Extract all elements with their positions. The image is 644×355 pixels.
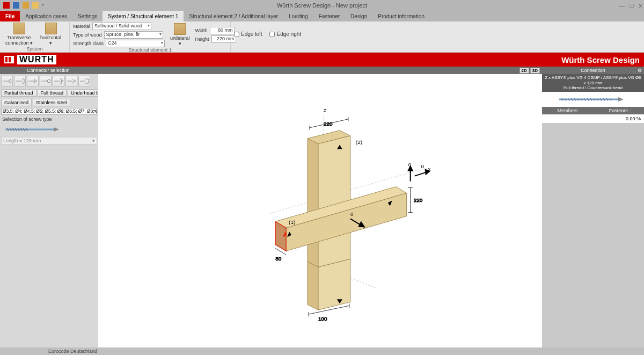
tab-fastener[interactable]: Fastener [313,11,345,21]
screw-type-4[interactable] [40,76,52,86]
minimize-button[interactable]: — [619,2,625,9]
tab-system-element1[interactable]: System / Structural element 1 [103,11,184,21]
stainless-steel-toggle[interactable]: Stainless steel [33,99,70,106]
screw-type-5[interactable] [53,76,64,86]
tab-settings[interactable]: Settings [72,11,103,21]
tab-application-cases[interactable]: Application cases [20,11,72,21]
tab-system-element2[interactable]: Structural element 2 / Additional layer [184,11,283,21]
svg-line-22 [415,172,427,176]
selection-screw-type-label: Selection of screw type [0,115,98,123]
material-label: Material [73,24,90,29]
wood-type-label: Type of wood [73,32,102,38]
connection-panel: 2 x ASSY® plus VG 4 CSMP / ASSY® plus VG… [542,74,644,347]
edge-left-checkbox[interactable]: Edge left [234,31,262,37]
tab-product-info[interactable]: Product information [372,11,430,21]
folder-open-icon[interactable] [32,2,39,9]
brand-name: WURTH [17,55,56,64]
col-members: Members [542,107,593,114]
ribbon-tabs: File Application cases Settings System /… [0,11,644,21]
qa-icon-1[interactable] [3,2,10,9]
wood-type-combo[interactable]: Spruce, pine, fir [104,31,163,39]
screw-type-7[interactable] [78,76,90,86]
svg-marker-8 [308,262,318,310]
transverse-icon [13,23,25,34]
results-table-row: 0.00 % [542,114,644,123]
view-2d-button[interactable]: 2D [519,68,529,74]
member-1-label: (1) [289,219,295,225]
results-table-header: Members Fastener [542,107,644,114]
member-2-label: (2) [356,139,362,145]
connection-header: Connection [581,68,605,73]
ribbon: Transverse connection ▾ horizontal ▾ Sys… [0,21,644,53]
screw-type-2[interactable] [14,76,26,86]
qa-dropdown-icon[interactable]: ▾ [42,2,44,9]
svg-marker-9 [318,259,350,310]
unilateral-icon [174,23,186,35]
svg-point-1 [62,81,63,82]
material-combo[interactable]: Softwood / Solid wood [92,23,151,30]
viewport-3d[interactable]: z x [98,74,542,347]
brand-product: Würth Screw Design [561,55,640,64]
connection-config-icon[interactable]: ⚙ [638,68,642,73]
origin-side-0: 0 [421,163,425,169]
screw-preview[interactable] [0,123,98,136]
svg-point-0 [47,79,50,83]
edge-right-checkbox[interactable]: Edge right [269,31,301,37]
z-axis-label: z [324,107,326,113]
strength-label: Strength class [73,41,104,46]
diameter-combo[interactable]: Ø3.5; Ø4; Ø4.5; Ø5; Ø5.5; Ø6; Ø6.5; Ø7; … [1,108,97,115]
tab-design[interactable]: Design [345,11,372,21]
col-fastener: Fastener [593,107,644,114]
screw-preview-icon [4,126,69,133]
fastener-utilisation: 0.00 % [593,114,644,123]
strength-combo[interactable]: C24 [106,40,165,47]
title-bar: ▾ Würth Screw Design - New project — □ x [0,0,644,11]
full-thread-toggle[interactable]: Full thread [38,89,67,97]
origin-top-0: 0 [408,162,412,168]
brand-bar: WURTH Würth Screw Design [0,53,644,67]
connector-selection-header: Connector selection [0,67,98,74]
length-combo[interactable]: Length = 120 mm▾ [1,137,97,144]
screw-type-6[interactable] [65,76,77,86]
wurth-logo-icon [4,56,14,63]
unilateral-button[interactable]: unilateral ▾ [168,23,192,47]
status-bar: Eurocode Deutschland [0,347,644,355]
screw-type-3[interactable] [27,76,39,86]
transverse-connection-button[interactable]: Transverse connection ▾ [3,23,35,46]
view-3d-button[interactable]: 3D [530,68,540,74]
connector-selection-panel: Partial thread Full thread Underhead thr… [0,74,98,347]
partial-thread-toggle[interactable]: Partial thread [1,89,36,97]
width-label: Width [195,28,208,33]
dim-top: 220 [324,121,333,127]
galvanised-toggle[interactable]: Galvanised [1,99,32,106]
horizontal-button[interactable]: horizontal ▾ [38,23,63,46]
svg-marker-6 [308,139,318,267]
main-area: Partial thread Full thread Underhead thr… [0,74,644,347]
tab-loading[interactable]: Loading [283,11,313,21]
height-label: Height [195,37,209,42]
screw-type-1[interactable] [1,76,13,86]
status-code: Eurocode Deutschland [48,349,97,354]
connection-screw-preview [542,92,644,107]
dim-bottom: 100 [318,316,327,322]
panel-headers: Connector selection 2D 3D Connection ⚙ [0,67,644,74]
group-elem1-label: Structural element 1 [73,47,227,53]
maximize-button[interactable]: □ [630,2,634,9]
screw-head-icons [0,74,98,88]
dim-left: 80 [275,256,282,262]
window-title: Würth Screw Design - New project [0,2,644,9]
origin-center-0: 0 [350,211,354,217]
dim-right: 220 [414,197,423,203]
connection-description: 2 x ASSY® plus VG 4 CSMP / ASSY® plus VG… [542,74,644,92]
folder-icon[interactable] [23,2,29,9]
tab-file[interactable]: File [0,11,20,21]
save-icon[interactable] [13,2,19,9]
horizontal-icon [45,23,57,34]
group-system-label: System [3,46,66,52]
close-button[interactable]: x [639,2,642,9]
